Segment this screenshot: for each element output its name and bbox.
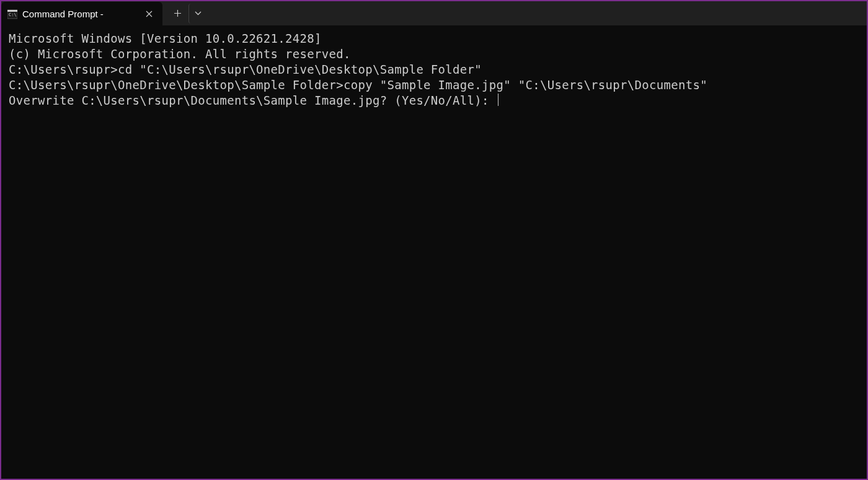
terminal-line: C:\Users\rsupr\OneDrive\Desktop\Sample F…: [9, 77, 859, 93]
tab-dropdown-button[interactable]: [188, 4, 207, 24]
terminal-line: C:\Users\rsupr>cd "C:\Users\rsupr\OneDri…: [9, 62, 859, 77]
tab-title: Command Prompt -: [22, 9, 138, 19]
titlebar: C:\ Command Prompt -: [1, 1, 867, 26]
terminal-content[interactable]: Microsoft Windows [Version 10.0.22621.24…: [1, 26, 867, 479]
close-tab-button[interactable]: [143, 8, 155, 20]
terminal-prompt-text: Overwrite C:\Users\rsupr\Documents\Sampl…: [9, 94, 497, 107]
cursor: [498, 94, 498, 106]
svg-rect-1: [7, 10, 17, 12]
new-tab-button[interactable]: [166, 4, 188, 24]
terminal-prompt-line: Overwrite C:\Users\rsupr\Documents\Sampl…: [9, 94, 498, 107]
svg-text:C:\: C:\: [9, 12, 17, 17]
cmd-icon: C:\: [7, 9, 17, 19]
active-tab[interactable]: C:\ Command Prompt -: [1, 2, 162, 27]
terminal-line: (c) Microsoft Corporation. All rights re…: [9, 46, 859, 62]
terminal-line: Microsoft Windows [Version 10.0.22621.24…: [9, 31, 859, 46]
terminal-window: C:\ Command Prompt - Microsoft Windows […: [1, 1, 867, 479]
